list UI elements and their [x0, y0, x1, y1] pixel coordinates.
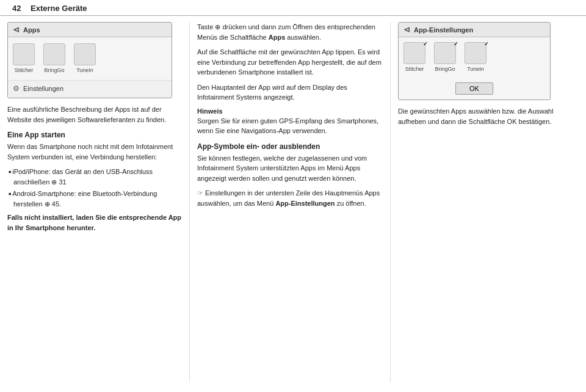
tunein-icon-box — [74, 43, 96, 65]
center-text-3: Den Hauptanteil der App wird auf dem Dis… — [197, 82, 383, 103]
app-checked-stitcher: ✓ Stitcher — [403, 42, 425, 72]
stitcher-label: Stitcher — [15, 67, 34, 73]
app-settings-body: ✓ Stitcher ✓ BringGo ✓ TuneIn — [399, 37, 550, 80]
tunein-label: TuneIn — [76, 67, 93, 73]
center-column: Taste ⊕ drücken und dann zum Öffnen des … — [189, 22, 391, 382]
page-header: 42 Externe Geräte — [0, 0, 586, 16]
app-settings-mockup: ⊲ App-Einstellungen ✓ Stitcher ✓ BringGo… — [398, 22, 551, 100]
description-text: Eine ausführliche Beschreibung der Apps … — [7, 104, 182, 125]
start-app-intro: Wenn das Smartphone noch nicht mit dem I… — [7, 142, 182, 162]
settings-icon: ⚙ — [13, 84, 20, 93]
symbols-text-1: Sie können festlegen, welche der zugelas… — [197, 153, 383, 184]
ok-btn-row: OK — [399, 80, 550, 100]
settings-label: Einstellungen — [23, 85, 63, 92]
bullet-android: Android-Smartphone: eine Bluetooth-Verbi… — [7, 189, 182, 209]
bringo-icon-box — [43, 43, 65, 65]
bringo-checked-label: BringGo — [435, 66, 455, 72]
apps-screen-header: ⊲ Apps — [8, 23, 172, 37]
install-note: Falls nicht installiert, laden Sie die e… — [7, 212, 182, 233]
apps-screen-body: Stitcher BringGo TuneIn — [8, 37, 172, 80]
center-text-1: Taste ⊕ drücken und dann zum Öffnen des … — [197, 22, 383, 42]
center-text-2: Auf die Schaltfläche mit der gewünschten… — [197, 47, 383, 78]
app-item-tunein: TuneIn — [74, 43, 96, 73]
page-title: Externe Geräte — [31, 4, 87, 13]
left-column: ⊲ Apps Stitcher BringGo TuneIn ⚙ — [0, 22, 189, 382]
app-settings-title: App-Einstellungen — [414, 26, 473, 34]
page-number: 42 — [12, 4, 31, 13]
stitcher-checkmark: ✓ — [423, 41, 428, 47]
tunein-checked-box — [465, 42, 487, 64]
apps-screen-mockup: ⊲ Apps Stitcher BringGo TuneIn ⚙ — [7, 22, 172, 98]
bringo-label: BringGo — [44, 67, 64, 73]
main-content: ⊲ Apps Stitcher BringGo TuneIn ⚙ — [0, 16, 586, 388]
stitcher-checked-label: Stitcher — [405, 66, 424, 72]
back-icon: ⊲ — [13, 25, 20, 34]
bringo-checked-box — [434, 42, 456, 64]
section-heading-symbols: App-Symbole ein- oder ausblenden — [197, 142, 383, 151]
bullet-iphone: iPod/iPhone: das Gerät an den USB-Anschl… — [7, 167, 182, 187]
apps-screen-footer: ⚙ Einstellungen — [8, 80, 172, 98]
section-heading-start-app: Eine App starten — [7, 131, 182, 139]
tunein-checkmark: ✓ — [484, 41, 489, 47]
bringo-checkmark: ✓ — [454, 41, 458, 47]
tunein-checked-label: TuneIn — [467, 66, 484, 72]
app-settings-header: ⊲ App-Einstellungen — [399, 23, 550, 37]
right-body-text: Die gewünschten Apps auswählen bzw. die … — [398, 106, 579, 126]
app-settings-back-icon: ⊲ — [403, 25, 410, 34]
right-column: ⊲ App-Einstellungen ✓ Stitcher ✓ BringGo… — [391, 22, 586, 382]
app-checked-tunein: ✓ TuneIn — [465, 42, 487, 72]
app-item-stitcher: Stitcher — [13, 43, 35, 73]
stitcher-icon-box — [13, 43, 35, 65]
hint-label: Hinweis — [197, 107, 383, 115]
stitcher-checked-box — [403, 42, 425, 64]
app-item-bringo: BringGo — [43, 43, 65, 73]
symbols-text-2: ☞ Einstellungen in der untersten Zeile d… — [197, 188, 383, 208]
hint-text: Sorgen Sie für einen guten GPS-Empfang d… — [197, 116, 383, 136]
apps-screen-title: Apps — [23, 26, 40, 34]
ok-button[interactable]: OK — [455, 82, 493, 95]
app-checked-bringo: ✓ BringGo — [434, 42, 456, 72]
